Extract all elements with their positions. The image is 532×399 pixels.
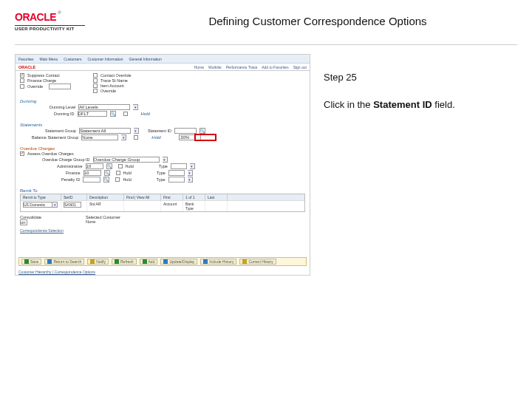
type-label: Type bbox=[157, 177, 166, 182]
highlight-rectangle bbox=[194, 134, 216, 141]
notify-icon bbox=[90, 259, 95, 264]
perf-trace-link[interactable]: Performance Trace bbox=[226, 65, 258, 69]
update-icon bbox=[163, 259, 168, 264]
oracle-brand-text: ORACLE bbox=[15, 11, 56, 23]
lookup-icon[interactable]: 🔍 bbox=[104, 170, 110, 176]
breadcrumb-item[interactable]: General Information bbox=[129, 57, 162, 61]
item-account-check[interactable] bbox=[93, 83, 98, 88]
app-toolbar-links: Home Worklist Performance Trace Add to F… bbox=[194, 65, 307, 69]
dropdown-icon[interactable]: ▾ bbox=[134, 128, 139, 134]
dropdown-icon[interactable]: ▾ bbox=[190, 163, 195, 169]
refresh-button[interactable]: Refresh bbox=[112, 259, 137, 265]
suppress-contact-check[interactable] bbox=[20, 73, 24, 78]
col-head: Last bbox=[205, 194, 228, 200]
dunning-level-select[interactable]: All Levels bbox=[78, 104, 130, 110]
subfooter-link[interactable]: Customer Hierarchy | Correspondence Opti… bbox=[18, 270, 95, 274]
dropdown-icon[interactable]: ▾ bbox=[188, 170, 193, 176]
btn-label: Include History bbox=[209, 259, 233, 264]
assess-overdue-check[interactable] bbox=[20, 151, 24, 156]
add-icon bbox=[143, 259, 147, 264]
notify-button[interactable]: Notify bbox=[87, 259, 109, 265]
tracename-check[interactable] bbox=[93, 78, 98, 83]
step-label: Step 25 bbox=[324, 72, 517, 83]
account-cell: Account bbox=[161, 201, 183, 211]
hold-label: Hold bbox=[123, 171, 132, 175]
type-field[interactable] bbox=[168, 170, 185, 176]
override-check[interactable] bbox=[20, 84, 24, 89]
page-title: Defining Customer Correspondence Options bbox=[118, 15, 517, 27]
lookup-icon[interactable]: 🔍 bbox=[106, 163, 112, 169]
col-head: Description bbox=[87, 194, 124, 200]
lookup-icon[interactable]: 🔍 bbox=[103, 177, 109, 183]
lookup-icon[interactable]: 🔍 bbox=[110, 111, 116, 117]
pen-hold-check[interactable] bbox=[115, 177, 120, 182]
btn-label: Update/Display bbox=[169, 259, 194, 264]
desc-cell: Std AR bbox=[87, 201, 124, 211]
admin-hold-check[interactable] bbox=[118, 164, 123, 168]
type-label: Type bbox=[157, 171, 166, 175]
correct-history-button[interactable]: Correct History bbox=[239, 259, 276, 265]
dropdown-icon[interactable]: ▾ bbox=[188, 177, 193, 183]
include-history-button[interactable]: Include History bbox=[200, 259, 236, 265]
setid-field[interactable]: SAN01 bbox=[64, 202, 81, 208]
remit-grid: Remit to Type SetID Description Find | V… bbox=[20, 194, 305, 212]
trademark: ® bbox=[58, 10, 61, 15]
correspondence-link[interactable]: Correspondence Selection bbox=[20, 228, 64, 233]
dropdown-icon[interactable]: ▾ bbox=[133, 104, 138, 110]
btn-label: Correct History bbox=[248, 259, 273, 264]
breadcrumb-item[interactable]: Favorites bbox=[18, 57, 34, 61]
worklist-link[interactable]: Worklist bbox=[208, 65, 222, 69]
app-top-bar: ORACLE Home Worklist Performance Trace A… bbox=[16, 64, 310, 71]
dropdown-icon[interactable]: ▾ bbox=[163, 157, 168, 163]
logo-divider bbox=[15, 25, 85, 26]
home-link[interactable]: Home bbox=[194, 65, 204, 69]
contact-override-check[interactable] bbox=[93, 73, 98, 78]
statement-group-select[interactable]: Statement All bbox=[79, 128, 131, 134]
lookup-icon[interactable]: 🔍 bbox=[200, 128, 205, 134]
overdue-title: Overdue Charges bbox=[20, 146, 305, 151]
signout-link[interactable]: Sign out bbox=[293, 65, 307, 69]
col-head: Find | View All bbox=[124, 194, 161, 200]
add-favorites-link[interactable]: Add to Favorites bbox=[262, 65, 288, 69]
penalty-label: Penalty ID bbox=[61, 177, 80, 182]
check-label: Suppress Contact bbox=[27, 73, 60, 78]
finance-charge-check[interactable] bbox=[20, 78, 24, 83]
fin-hold-check[interactable] bbox=[116, 171, 120, 175]
dropdown-icon[interactable]: ▾ bbox=[121, 134, 126, 140]
override2-check[interactable] bbox=[93, 89, 98, 93]
col-head: SetID bbox=[61, 194, 87, 200]
btn-label: Add bbox=[149, 259, 155, 264]
overdue-group-select[interactable]: Overdue Charge Group bbox=[93, 157, 160, 163]
finance-label: Finance bbox=[66, 171, 81, 175]
check-label: Override bbox=[100, 89, 116, 93]
balance-group-label: Balance Statement Group bbox=[32, 135, 78, 140]
oracle-logo: ORACLE® USER PRODUCTIVITY KIT bbox=[15, 10, 89, 31]
add-button[interactable]: Add bbox=[140, 259, 158, 265]
page-header: ORACLE® USER PRODUCTIVITY KIT Defining C… bbox=[0, 0, 532, 41]
balance-group-select[interactable]: None bbox=[81, 134, 118, 140]
consolidate-field[interactable]: on bbox=[20, 219, 27, 225]
dunning-hold-check[interactable] bbox=[123, 112, 128, 116]
finance-field[interactable]: 10 bbox=[83, 170, 101, 176]
app-brand-word: ORACLE bbox=[18, 65, 35, 69]
breadcrumb-item[interactable]: Customer Information bbox=[87, 57, 123, 61]
app-footer-buttons: Save Return to Search Notify Refresh Add… bbox=[18, 257, 307, 266]
breadcrumb-item[interactable]: Main Menu bbox=[40, 57, 58, 61]
update-button[interactable]: Update/Display bbox=[160, 259, 197, 265]
statement-id-field[interactable] bbox=[174, 128, 197, 134]
return-button[interactable]: Return to Search bbox=[44, 259, 84, 265]
admin-field[interactable]: 10 bbox=[86, 163, 103, 169]
assess-overdue-label: Assess Overdue Charges bbox=[27, 151, 74, 156]
type-field[interactable] bbox=[171, 163, 187, 169]
save-button[interactable]: Save bbox=[21, 259, 41, 265]
override-field[interactable] bbox=[49, 83, 71, 89]
breadcrumb-item[interactable]: Customers bbox=[64, 57, 81, 61]
remit-type-field[interactable]: US Domestic bbox=[23, 202, 52, 208]
dropdown-icon[interactable]: ▾ bbox=[52, 202, 58, 208]
bal-hold-check[interactable] bbox=[134, 135, 138, 140]
check-label: Trace St Name bbox=[100, 78, 128, 83]
penalty-field[interactable] bbox=[83, 177, 100, 183]
dunning-id-select[interactable]: DFLT bbox=[78, 111, 107, 117]
type-field[interactable] bbox=[168, 177, 185, 183]
none-text: None bbox=[86, 219, 95, 224]
